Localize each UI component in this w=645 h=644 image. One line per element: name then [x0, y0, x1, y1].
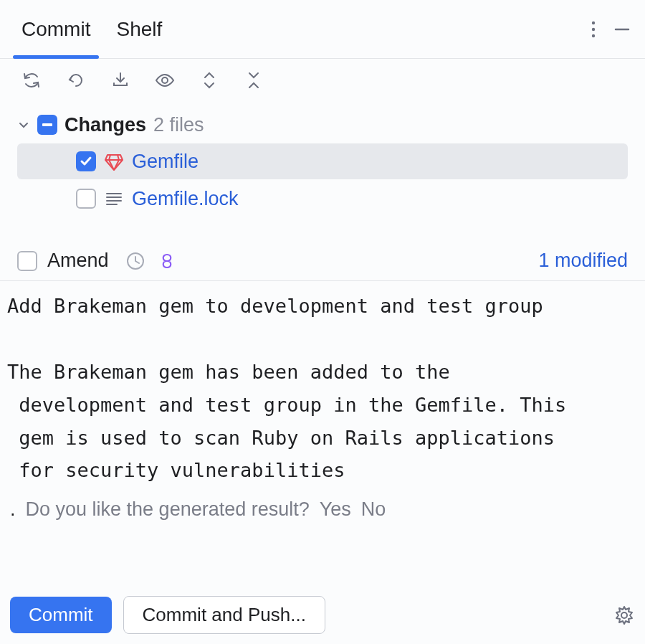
settings-icon[interactable] [613, 605, 635, 626]
tab-bar: Commit Shelf [0, 0, 645, 59]
tab-shelf-label: Shelf [116, 18, 162, 41]
collapse-all-icon[interactable] [239, 66, 268, 95]
toolbar [0, 59, 645, 102]
revert-icon[interactable] [62, 66, 90, 95]
history-icon[interactable] [125, 250, 146, 272]
svg-point-0 [592, 21, 595, 24]
feedback-no[interactable]: No [361, 498, 386, 521]
file-row-gemfile-lock[interactable]: Gemfile.lock [17, 181, 628, 217]
changes-count: 2 files [153, 114, 204, 136]
expand-all-icon[interactable] [195, 66, 224, 95]
commit-button[interactable]: Commit [10, 597, 112, 633]
tab-commit[interactable]: Commit [9, 0, 103, 59]
tab-shelf[interactable]: Shelf [103, 0, 175, 59]
feedback-prompt: Do you like the generated result? [26, 498, 310, 521]
ai-assist-icon[interactable] [156, 250, 178, 272]
svg-point-1 [592, 27, 595, 30]
changes-checkbox[interactable] [37, 115, 57, 135]
file-name: Gemfile [132, 151, 199, 173]
footer: Commit Commit and Push... [10, 596, 635, 634]
file-checkbox[interactable] [76, 189, 96, 209]
file-name: Gemfile.lock [132, 188, 239, 210]
ruby-icon [103, 151, 125, 172]
amend-label: Amend [47, 250, 109, 272]
svg-marker-6 [105, 155, 123, 170]
svg-point-5 [162, 77, 168, 83]
amend-checkbox[interactable] [17, 251, 37, 271]
file-row-gemfile[interactable]: Gemfile [17, 143, 628, 179]
changes-section: Changes 2 files Gemfile Gemfile.lock [0, 102, 645, 224]
feedback-row: . Do you like the generated result? Yes … [0, 496, 645, 524]
minimize-icon[interactable] [608, 15, 636, 44]
more-icon[interactable] [579, 15, 608, 44]
feedback-dot: . [10, 498, 16, 521]
chevron-down-icon [17, 118, 30, 131]
refresh-icon[interactable] [17, 66, 46, 95]
svg-point-2 [592, 34, 595, 37]
file-checkbox[interactable] [76, 151, 96, 171]
svg-point-13 [621, 612, 627, 618]
tab-commit-label: Commit [22, 18, 90, 41]
changes-header[interactable]: Changes 2 files [17, 108, 628, 142]
preview-icon[interactable] [150, 66, 179, 95]
commit-and-push-button[interactable]: Commit and Push... [123, 596, 325, 634]
changes-title: Changes [64, 114, 146, 136]
commit-message-input[interactable]: Add Brakeman gem to development and test… [0, 281, 645, 496]
modified-status[interactable]: 1 modified [538, 250, 628, 272]
shelve-icon[interactable] [106, 66, 135, 95]
amend-row: Amend 1 modified [0, 241, 645, 281]
text-file-icon [103, 188, 125, 209]
feedback-yes[interactable]: Yes [320, 498, 351, 521]
